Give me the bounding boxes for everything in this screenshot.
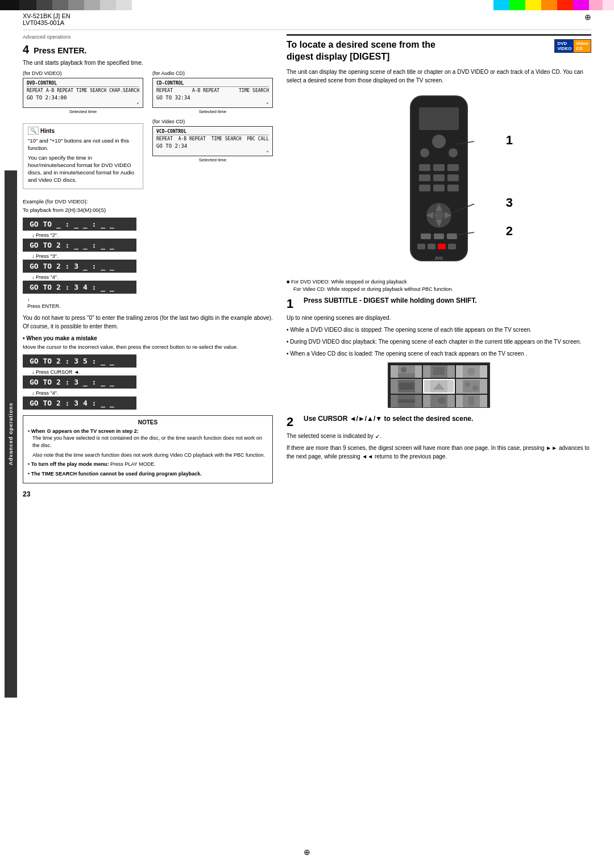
cbr1 xyxy=(493,0,509,10)
digest-cell-8 xyxy=(423,395,454,407)
svg-rect-10 xyxy=(447,174,459,181)
notes-item-1: • When ⊙ appears on the TV screen in ste… xyxy=(28,428,268,449)
digest-cell-4 xyxy=(391,379,422,394)
svg-rect-9 xyxy=(433,174,445,181)
cbr8 xyxy=(603,0,614,10)
audio-cd-section: (for Audio CD) CD-CONTROL REPEAT A-B REP… xyxy=(152,70,273,114)
cbr5 xyxy=(557,0,573,10)
hints-title: 🔍 Hints xyxy=(28,127,138,135)
header: XV-521BK [J] EN LVT0435-001A ⊕ xyxy=(23,12,591,30)
svg-rect-7 xyxy=(447,164,459,171)
mistake-arrow-1: ↓ Press CURSOR ◄. xyxy=(32,369,273,375)
audio-cd-selected-time: Selected time xyxy=(152,109,273,114)
svg-rect-20 xyxy=(421,233,431,239)
notes-item-3: • To turn off the play mode menu: Press … xyxy=(28,461,268,468)
step1-number: 1 xyxy=(287,297,300,311)
svg-point-43 xyxy=(465,382,470,387)
step2-subtext: The selected scene is indicated by ↙. xyxy=(287,432,591,440)
svg-point-37 xyxy=(467,368,475,375)
step1-heading: Press SUBTITLE - DIGEST while holding do… xyxy=(304,297,477,304)
mistake-goto-3: GO TO 2 : 3 4 : _ _ xyxy=(23,397,136,410)
goto-step-2: GO TO 2 : _ _ : _ _ xyxy=(23,239,136,252)
dvd-selected-time: Selected time xyxy=(23,109,143,114)
hints-item-1: "10" and "+10" buttons are not used in t… xyxy=(28,137,138,152)
svg-point-4 xyxy=(449,148,458,157)
for-video-cd-note: For Video CD: While stopped or during pl… xyxy=(293,286,591,292)
cbr3 xyxy=(525,0,541,10)
step2-heading: Use CURSOR ◄/►/▲/▼ to select the desired… xyxy=(304,415,473,423)
cb4 xyxy=(52,0,68,10)
right-heading: To locate a desired scene from the diges… xyxy=(287,39,591,63)
digest-cell-6 xyxy=(456,379,487,394)
step4-number: 4 xyxy=(23,43,29,56)
digest-cell-2 xyxy=(423,365,454,378)
remote-label-2: 2 xyxy=(506,224,513,239)
goto-step-4: GO TO 2 : 3 4 : _ _ xyxy=(23,281,136,294)
step1-title-row: 1 Press SUBTITLE - DIGEST while holding … xyxy=(287,297,591,311)
svg-rect-33 xyxy=(398,373,415,378)
main-content: Advanced operations 4 Press ENTER. The u… xyxy=(23,34,591,845)
page-number: 23 xyxy=(23,490,273,498)
cb3 xyxy=(36,0,52,10)
svg-rect-21 xyxy=(434,233,444,239)
left-column: Advanced operations 4 Press ENTER. The u… xyxy=(23,34,273,845)
step1-block: 1 Press SUBTITLE - DIGEST while holding … xyxy=(287,297,591,408)
step4-title: Press ENTER. xyxy=(34,46,86,55)
digest-cell-3 xyxy=(456,365,487,378)
hints-box: 🔍 Hints "10" and "+10" buttons are not u… xyxy=(23,123,143,189)
svg-point-2 xyxy=(432,135,446,148)
step1-subtext: Up to nine opening scenes are displayed. xyxy=(287,314,591,322)
svg-rect-1 xyxy=(419,107,459,130)
right-intro-text: The unit can display the opening scene o… xyxy=(287,68,591,85)
notes-item-2: Also note that the time search function … xyxy=(28,452,268,459)
step1-bullet-3: • When a Video CD disc is loaded: The op… xyxy=(287,349,591,358)
goto-arrow-2: ↓ Press "3". xyxy=(32,253,273,259)
svg-rect-50 xyxy=(468,397,474,406)
step2-continue: If there are more than 9 scenes, the dig… xyxy=(287,444,591,461)
step4-subtext: The unit starts playback from the specif… xyxy=(23,59,273,67)
dvd-section: (for DVD VIDEO) DVD-CONTROL REPEAT A-B R… xyxy=(23,70,143,114)
svg-point-19 xyxy=(434,211,443,220)
svg-rect-46 xyxy=(398,399,415,403)
goto-arrow-1: ↓ Press "2". xyxy=(32,232,273,238)
cbr4 xyxy=(541,0,557,10)
svg-rect-35 xyxy=(433,367,445,375)
digest-cell-1 xyxy=(391,365,422,378)
svg-rect-25 xyxy=(438,244,446,249)
digest-cell-9 xyxy=(456,395,487,407)
mistake-arrow-2: ↓ Press "4". xyxy=(32,390,273,396)
remote-container: JVC 1 3 2 xyxy=(382,90,496,273)
svg-rect-26 xyxy=(448,244,456,249)
mistake-goto-1: GO TO 2 : 3 5 : _ _ xyxy=(23,354,136,368)
remote-area: JVC 1 3 2 xyxy=(287,90,591,273)
video-cd-selected-time: Selected time xyxy=(152,157,273,162)
color-bar xyxy=(0,0,614,10)
dvd-badge-video: VideoCD xyxy=(574,40,591,52)
cb8 xyxy=(116,0,132,10)
cb6 xyxy=(84,0,100,10)
disc-row: (for DVD VIDEO) DVD-CONTROL REPEAT A-B R… xyxy=(23,70,273,114)
cb1 xyxy=(0,0,19,10)
press-enter-label: Press ENTER. xyxy=(27,303,273,309)
svg-text:JVC: JVC xyxy=(434,256,443,261)
svg-rect-23 xyxy=(417,244,425,249)
digest-screen-area xyxy=(287,362,591,408)
header-model: XV-521BK [J] EN LVT0435-001A xyxy=(23,12,70,26)
bottom-crosshair: ⊕ xyxy=(304,848,310,857)
mistake-heading: • When you make a mistake xyxy=(23,335,273,341)
step2-number: 2 xyxy=(287,415,300,429)
video-cd-label: (for Video CD) xyxy=(152,119,273,124)
svg-point-32 xyxy=(401,367,406,373)
svg-rect-8 xyxy=(419,174,430,181)
example-text: To playback from 2(H):34(M):00(S) xyxy=(23,207,273,213)
digest-cell-5-selected xyxy=(423,379,454,394)
digest-screen xyxy=(388,362,490,408)
audio-cd-label: (for Audio CD) xyxy=(152,70,273,76)
svg-rect-12 xyxy=(433,185,445,191)
mistake-goto-sequence: GO TO 2 : 3 5 : _ _ ↓ Press CURSOR ◄. GO… xyxy=(23,354,273,411)
hints-section: 🔍 Hints "10" and "+10" buttons are not u… xyxy=(23,119,143,194)
mistake-text: Move the cursor to the incorrect value, … xyxy=(23,344,273,350)
svg-rect-11 xyxy=(419,185,430,191)
svg-point-48 xyxy=(438,397,446,404)
svg-rect-13 xyxy=(447,185,459,191)
